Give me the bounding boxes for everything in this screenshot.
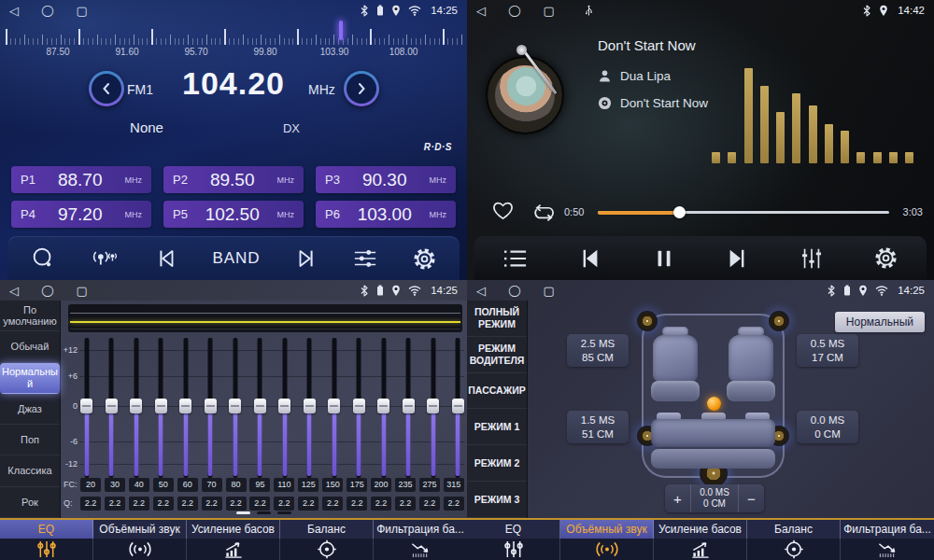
tab-label[interactable]: Объёмный звук — [560, 520, 654, 539]
band-slider[interactable] — [205, 338, 217, 478]
surround-mode-item[interactable]: РЕЖИМ 3 — [467, 482, 527, 518]
tab-balance[interactable]: Баланс — [280, 520, 374, 560]
surround-mode-item[interactable]: ПАССАЖИР — [467, 373, 527, 410]
progress-thumb[interactable] — [673, 206, 686, 218]
slider-thumb[interactable] — [427, 399, 439, 413]
listening-position-marker[interactable] — [707, 397, 721, 411]
band-slider[interactable] — [130, 338, 142, 478]
recents-icon[interactable]: ▢ — [543, 5, 554, 17]
settings-gear-icon[interactable] — [412, 246, 437, 272]
surround-mode-item[interactable]: РЕЖИМ 1 — [467, 409, 527, 445]
slider-thumb[interactable] — [328, 399, 340, 413]
band-slider[interactable] — [427, 338, 439, 478]
slider-thumb[interactable] — [106, 399, 118, 413]
preset-button[interactable]: P5102.50MHz — [163, 201, 304, 228]
surround-mode-item[interactable]: ПОЛНЫЙ РЕЖИМ — [467, 301, 527, 337]
favorite-heart-icon[interactable] — [491, 200, 515, 225]
preset-button[interactable]: P390.30MHz — [316, 166, 456, 193]
band-slider[interactable] — [155, 338, 167, 478]
eq-preset-item[interactable]: Классика — [0, 455, 60, 486]
eq-preset-item[interactable]: Джаз — [0, 394, 60, 425]
tab-label[interactable]: Баланс — [747, 520, 841, 539]
balance-icon[interactable] — [747, 539, 841, 560]
recents-icon[interactable]: ▢ — [543, 285, 554, 297]
tab-label[interactable]: Объёмный звук — [93, 520, 187, 539]
band-slider[interactable] — [254, 338, 266, 478]
recents-icon[interactable]: ▢ — [76, 285, 87, 297]
tune-up-button[interactable] — [344, 71, 379, 106]
slider-thumb[interactable] — [205, 399, 217, 413]
surround-sound-icon[interactable] — [560, 539, 654, 560]
slider-thumb[interactable] — [403, 399, 415, 413]
band-slider[interactable] — [80, 338, 92, 478]
tab-label[interactable]: Фильтрация ба... — [374, 520, 467, 539]
band-slider[interactable] — [403, 338, 415, 478]
band-slider[interactable] — [452, 338, 464, 478]
tab-surround-sound[interactable]: Объёмный звук — [93, 520, 187, 560]
tab-label[interactable]: Усиление басов — [654, 520, 747, 539]
next-station-icon[interactable] — [294, 246, 318, 271]
tab-label[interactable]: Фильтрация ба... — [841, 520, 934, 539]
audio-settings-icon[interactable] — [352, 246, 378, 271]
band-slider[interactable] — [377, 338, 389, 478]
front-right-delay-button[interactable]: 0.5 MS 17 CM — [797, 334, 858, 367]
slider-thumb[interactable] — [80, 399, 92, 413]
slider-thumb[interactable] — [304, 399, 316, 413]
home-icon[interactable]: ◯ — [41, 5, 53, 16]
surround-mode-item[interactable]: РЕЖИМ 2 — [467, 445, 527, 482]
tab-filter[interactable]: Фильтрация ба... — [841, 520, 934, 560]
preset-button[interactable]: P188.70MHz — [11, 166, 151, 193]
preset-button[interactable]: P6103.00MHz — [316, 201, 456, 228]
surround-sound-icon[interactable] — [93, 539, 187, 560]
settings-gear-icon[interactable] — [873, 245, 899, 271]
back-icon[interactable]: ◁ — [9, 285, 19, 297]
home-icon[interactable]: ◯ — [508, 285, 520, 296]
slider-thumb[interactable] — [229, 399, 241, 413]
search-stations-icon[interactable] — [30, 245, 56, 272]
eq-preset-item[interactable]: Поп — [0, 425, 60, 455]
slider-thumb[interactable] — [155, 399, 167, 413]
back-icon[interactable]: ◁ — [476, 285, 486, 297]
band-slider[interactable] — [353, 338, 365, 478]
previous-track-icon[interactable] — [578, 247, 602, 270]
tab-filter[interactable]: Фильтрация ба... — [374, 520, 467, 560]
filter-icon[interactable] — [374, 539, 467, 560]
tab-surround-sound[interactable]: Объёмный звук — [560, 520, 654, 560]
rear-right-delay-button[interactable]: 0.0 MS 0 CM — [797, 411, 858, 443]
profile-button[interactable]: Нормальный — [835, 312, 925, 332]
preset-button[interactable]: P289.50MHz — [163, 166, 304, 193]
slider-thumb[interactable] — [179, 399, 191, 413]
slider-thumb[interactable] — [353, 399, 365, 413]
back-icon[interactable]: ◁ — [476, 5, 486, 17]
tab-label[interactable]: Усиление басов — [187, 520, 280, 539]
previous-station-icon[interactable] — [154, 246, 178, 271]
recents-icon[interactable]: ▢ — [76, 5, 87, 17]
home-icon[interactable]: ◯ — [41, 285, 53, 296]
broadcast-icon[interactable] — [90, 245, 120, 272]
tab-bass-boost[interactable]: Усиление басов — [654, 520, 747, 560]
tab-balance[interactable]: Баланс — [747, 520, 841, 560]
front-left-delay-button[interactable]: 2.5 MS 85 CM — [567, 334, 629, 367]
eq-sliders-icon[interactable] — [467, 539, 560, 560]
filter-icon[interactable] — [841, 539, 934, 560]
surround-mode-item[interactable]: РЕЖИМ ВОДИТЕЛЯ — [467, 337, 527, 373]
tab-eq[interactable]: EQ — [467, 520, 560, 560]
band-slider[interactable] — [106, 338, 118, 478]
home-icon[interactable]: ◯ — [508, 5, 520, 16]
decrease-delay-button[interactable]: − — [739, 484, 764, 512]
eq-preset-item[interactable]: Обычай — [0, 331, 60, 362]
tab-label[interactable]: EQ — [467, 520, 560, 539]
bass-boost-icon[interactable] — [187, 539, 280, 560]
eq-preset-item[interactable]: По умолчанию — [0, 301, 60, 331]
tuning-dial[interactable] — [6, 22, 461, 47]
progress-bar[interactable] — [598, 211, 889, 214]
equalizer-icon[interactable] — [800, 246, 824, 271]
tab-label[interactable]: Баланс — [280, 520, 374, 539]
preset-button[interactable]: P497.20MHz — [11, 201, 151, 228]
playlist-icon[interactable] — [502, 247, 529, 270]
band-slider[interactable] — [229, 338, 241, 478]
slider-thumb[interactable] — [278, 399, 290, 413]
increase-delay-button[interactable]: + — [665, 484, 690, 512]
back-icon[interactable]: ◁ — [9, 5, 19, 17]
eq-sliders-icon[interactable] — [0, 539, 93, 560]
